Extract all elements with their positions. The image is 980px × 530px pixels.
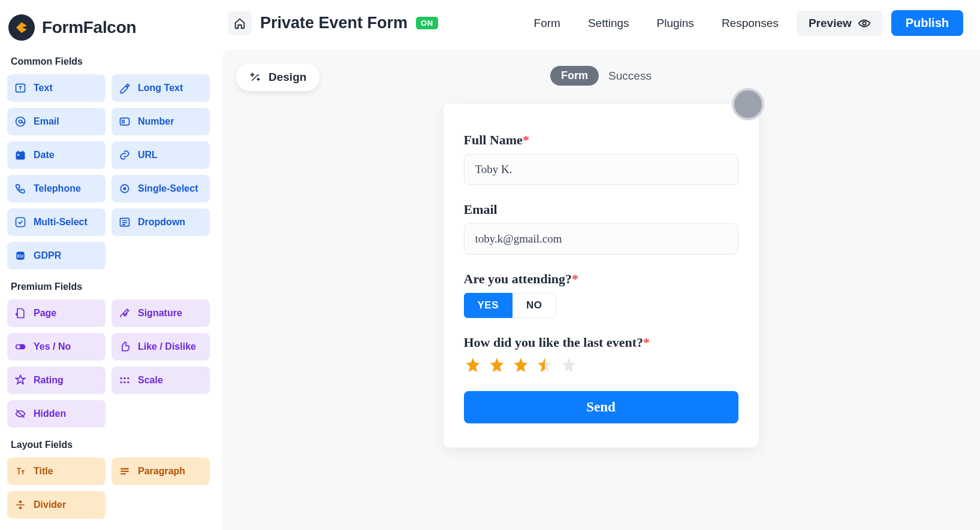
label-text: How did you like the last event?: [464, 335, 643, 350]
date-icon: [14, 149, 26, 161]
star-rating[interactable]: [464, 356, 738, 374]
svg-rect-6: [17, 154, 19, 156]
star-icon[interactable]: [464, 356, 482, 374]
field-chip-label: Long Text: [138, 83, 183, 93]
required-marker: *: [572, 271, 578, 286]
field-chip-title[interactable]: Title: [7, 458, 105, 485]
field-chip-telephone[interactable]: Telephone: [7, 175, 105, 202]
field-chip-date[interactable]: Date: [7, 141, 105, 169]
field-chip-label: Multi-Select: [34, 217, 88, 228]
section-title-common: Common Fields: [11, 56, 210, 67]
eye-icon: [858, 17, 871, 30]
field-email: Email: [464, 202, 738, 255]
avatar[interactable]: [732, 88, 764, 120]
svg-point-14: [17, 345, 20, 349]
view-tabs: Form Success: [240, 66, 962, 86]
field-chip-like-dislike[interactable]: Like / Dislike: [111, 333, 210, 361]
publish-button[interactable]: Publish: [891, 10, 963, 36]
field-full-name: Full Name*: [464, 132, 738, 185]
wand-icon: [249, 71, 261, 83]
field-chip-label: Title: [34, 466, 53, 477]
field-chip-rating[interactable]: Rating: [7, 367, 105, 394]
submit-button[interactable]: Send: [464, 391, 738, 423]
field-chip-label: Number: [138, 116, 174, 127]
star-icon[interactable]: [488, 356, 506, 374]
home-button[interactable]: [228, 11, 252, 35]
field-chip-label: Divider: [34, 499, 66, 510]
field-chip-dropdown[interactable]: Dropdown: [111, 208, 210, 236]
text-icon: [14, 82, 26, 94]
design-label: Design: [269, 71, 306, 84]
svg-text:EU: EU: [17, 253, 23, 259]
logo[interactable]: FormFalcon: [8, 14, 210, 41]
star-half-icon[interactable]: [536, 356, 554, 374]
like-icon: [119, 341, 131, 353]
field-chip-single-select[interactable]: Single-Select: [111, 175, 210, 202]
nav-responses[interactable]: Responses: [712, 12, 788, 35]
title-icon: [14, 465, 26, 477]
svg-point-21: [863, 22, 866, 25]
svg-point-20: [127, 381, 129, 383]
field-chip-yes-no[interactable]: Yes / No: [7, 333, 105, 361]
single-select-icon: [119, 183, 131, 195]
field-chip-text[interactable]: Text: [7, 74, 105, 102]
field-label: Full Name*: [464, 132, 738, 148]
field-chip-number[interactable]: Number: [111, 108, 210, 135]
field-chip-label: Rating: [34, 375, 64, 386]
yes-button[interactable]: YES: [464, 293, 513, 318]
field-label: Are you attending?*: [464, 271, 738, 287]
field-chip-email[interactable]: Email: [7, 108, 105, 135]
field-chip-long-text[interactable]: Long Text: [111, 74, 210, 102]
field-chip-gdpr[interactable]: EU GDPR: [7, 242, 105, 269]
field-chip-label: Telephone: [34, 183, 81, 194]
field-chip-paragraph[interactable]: Paragraph: [111, 458, 210, 485]
nav-settings[interactable]: Settings: [578, 12, 639, 35]
svg-point-16: [123, 377, 125, 379]
field-chip-label: Signature: [138, 308, 182, 319]
star-icon[interactable]: [512, 356, 530, 374]
field-chip-url[interactable]: URL: [111, 141, 210, 169]
preview-label: Preview: [809, 17, 852, 30]
no-button[interactable]: NO: [512, 293, 556, 318]
layout-fields-grid: Title Paragraph Divider: [7, 458, 210, 519]
section-title-layout: Layout Fields: [11, 440, 210, 450]
required-marker: *: [643, 335, 650, 350]
tab-form[interactable]: Form: [550, 66, 599, 86]
field-chip-label: Paragraph: [138, 466, 185, 477]
status-badge: ON: [416, 17, 438, 29]
logo-icon: [8, 14, 35, 41]
svg-point-19: [123, 381, 125, 383]
form-title: Private Event Form: [260, 14, 408, 32]
field-chip-scale[interactable]: Scale: [111, 367, 210, 394]
dropdown-icon: [119, 216, 131, 228]
email-input[interactable]: [464, 223, 738, 255]
field-chip-hidden[interactable]: Hidden: [7, 400, 105, 428]
field-chip-multi-select[interactable]: Multi-Select: [7, 208, 105, 236]
field-rating: How did you like the last event?*: [464, 335, 738, 374]
svg-point-18: [120, 381, 122, 383]
svg-rect-5: [16, 152, 25, 159]
telephone-icon: [14, 183, 26, 195]
field-chip-divider[interactable]: Divider: [7, 491, 105, 519]
tab-success[interactable]: Success: [608, 69, 652, 83]
field-chip-label: URL: [138, 150, 158, 160]
svg-rect-4: [122, 120, 124, 123]
multi-select-icon: [14, 216, 26, 228]
yes-no-toggle: YES NO: [464, 293, 738, 318]
email-icon: [14, 116, 26, 128]
sidebar: FormFalcon Common Fields Text Long Text …: [0, 0, 222, 530]
nav-form[interactable]: Form: [524, 12, 570, 35]
page-icon: [14, 307, 26, 319]
field-chip-label: Like / Dislike: [138, 341, 196, 352]
common-fields-grid: Text Long Text Email Number Date URL Tel…: [7, 74, 210, 269]
svg-point-15: [120, 377, 122, 379]
design-button[interactable]: Design: [236, 63, 319, 91]
svg-point-2: [19, 120, 22, 123]
divider-icon: [14, 499, 26, 511]
preview-button[interactable]: Preview: [797, 11, 883, 36]
field-chip-signature[interactable]: Signature: [111, 299, 210, 327]
field-chip-page[interactable]: Page: [7, 299, 105, 327]
nav-plugins[interactable]: Plugins: [647, 12, 704, 35]
full-name-input[interactable]: [464, 154, 738, 185]
star-empty-icon[interactable]: [560, 356, 578, 374]
